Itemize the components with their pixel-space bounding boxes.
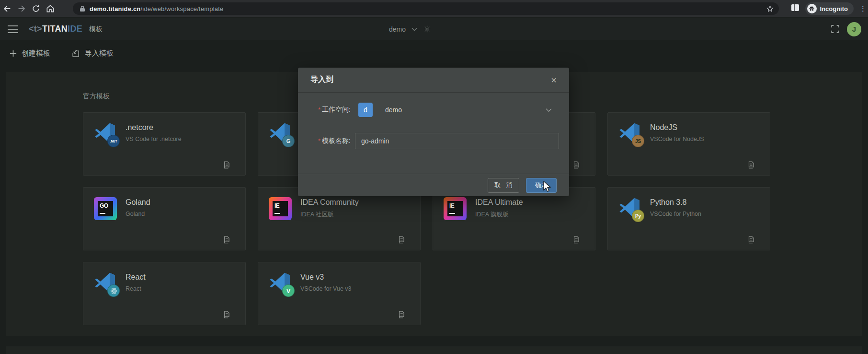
- workspace-switcher[interactable]: demo: [389, 18, 431, 40]
- forward-button[interactable]: [14, 2, 29, 15]
- import-template-label: 导入模板: [85, 49, 114, 58]
- template-name-input[interactable]: [355, 133, 559, 149]
- workspace-name: demo: [389, 25, 406, 33]
- duplicate-icon[interactable]: [397, 235, 406, 244]
- dialog-footer: 取 消 确定: [298, 174, 569, 196]
- url-text: demo.titanide.cn/ide/web/workspace/templ…: [90, 5, 224, 12]
- next-section-panel: [6, 346, 862, 354]
- vscode-golang-icon: G: [269, 122, 294, 147]
- reload-button[interactable]: [29, 2, 43, 15]
- duplicate-icon[interactable]: [571, 235, 581, 244]
- template-card-nodejs[interactable]: JS NodeJS VSCode for NodeJS: [607, 112, 770, 176]
- cancel-button[interactable]: 取 消: [488, 178, 519, 193]
- browser-menu-icon[interactable]: ⋮: [859, 6, 864, 11]
- duplicate-icon[interactable]: [746, 160, 755, 169]
- dialog-title: 导入到: [310, 75, 333, 85]
- import-icon: [71, 49, 80, 58]
- template-card-idea-ultimate[interactable]: IE IDEA Ultimate IDEA 旗舰版: [433, 187, 595, 250]
- section-title: 官方模板: [83, 92, 110, 101]
- logo-titan: TITAN: [42, 24, 68, 34]
- app-logo[interactable]: <t>TITANIDE: [29, 24, 82, 34]
- mouse-cursor: [542, 181, 552, 192]
- chevron-down-icon: [411, 27, 417, 31]
- incognito-icon: [807, 4, 817, 13]
- workspace-avatar-badge: d: [358, 103, 373, 117]
- card-subtitle: VS Code for .netcore: [126, 136, 182, 142]
- card-title: .netcore: [126, 123, 153, 132]
- template-card-netcore[interactable]: .NET .netcore VS Code for .netcore: [83, 112, 246, 176]
- template-toolbar: 创建模板 导入模板: [10, 49, 114, 58]
- import-template-button[interactable]: 导入模板: [71, 49, 114, 58]
- home-button[interactable]: [43, 2, 57, 15]
- create-template-button[interactable]: 创建模板: [10, 49, 50, 58]
- vscode-react-icon: [94, 272, 119, 297]
- hamburger-menu-icon[interactable]: [8, 25, 18, 33]
- incognito-badge: Incognito: [805, 2, 854, 15]
- back-button[interactable]: [0, 2, 14, 15]
- app-header: <t>TITANIDE 模板 demo J: [0, 18, 868, 40]
- close-icon[interactable]: ×: [551, 75, 557, 85]
- logo-ide: IDE: [68, 24, 82, 34]
- incognito-label: Incognito: [820, 5, 848, 12]
- side-panel-icon[interactable]: [791, 3, 799, 14]
- goland-icon: GO: [94, 197, 119, 222]
- lock-icon: [80, 5, 85, 12]
- required-asterisk: *: [318, 137, 320, 144]
- address-bar[interactable]: demo.titanide.cn/ide/web/workspace/templ…: [73, 2, 779, 15]
- url-path: /ide/web/workspace/template: [141, 5, 224, 12]
- duplicate-icon[interactable]: [222, 235, 231, 244]
- duplicate-icon[interactable]: [222, 310, 231, 319]
- template-card-react[interactable]: React React: [83, 262, 246, 325]
- react-atom-icon: [110, 287, 118, 295]
- duplicate-icon[interactable]: [222, 160, 231, 169]
- gear-icon[interactable]: [423, 25, 431, 33]
- duplicate-icon[interactable]: [397, 310, 406, 319]
- required-asterisk: *: [318, 106, 320, 113]
- vscode-netcore-icon: .NET: [94, 122, 119, 147]
- url-domain: demo.titanide.cn: [90, 5, 141, 12]
- vscode-vue-icon: V: [269, 272, 294, 297]
- workspace-field-row: *工作空间: d demo: [298, 102, 569, 118]
- workspace-field-label: *工作空间:: [313, 106, 351, 114]
- bookmark-star-icon[interactable]: [766, 5, 774, 13]
- page-title: 模板: [89, 25, 103, 34]
- vscode-python-icon: Py: [618, 197, 643, 222]
- plus-icon: [10, 50, 17, 57]
- idea-icon: IE: [444, 197, 468, 222]
- create-template-label: 创建模板: [22, 49, 50, 58]
- dialog-header: 导入到 ×: [298, 68, 569, 93]
- duplicate-icon[interactable]: [746, 235, 755, 244]
- template-card-goland[interactable]: GO Goland Goland: [83, 187, 246, 250]
- user-avatar[interactable]: J: [847, 22, 861, 36]
- template-card-idea-community[interactable]: IE IDEA Community IDEA 社区版: [258, 187, 421, 250]
- import-dialog: 导入到 × *工作空间: d demo *模板名称: 取 消 确定: [298, 68, 569, 196]
- select-chevron-down-icon[interactable]: [546, 108, 552, 112]
- vscode-nodejs-icon: JS: [618, 122, 643, 147]
- idea-icon: IE: [269, 197, 294, 222]
- workspace-select-value[interactable]: demo: [385, 106, 402, 114]
- template-card-vue[interactable]: V Vue v3 VSCode for Vue v3: [258, 262, 421, 325]
- fullscreen-icon[interactable]: [831, 25, 839, 33]
- template-name-label: *模板名称:: [313, 137, 351, 145]
- duplicate-icon[interactable]: [571, 160, 581, 169]
- logo-bracket: <t>: [29, 24, 42, 34]
- template-name-field-row: *模板名称:: [298, 133, 569, 149]
- browser-toolbar: demo.titanide.cn/ide/web/workspace/templ…: [0, 0, 868, 17]
- template-card-python[interactable]: Py Python 3.8 VSCode for Python: [607, 187, 770, 250]
